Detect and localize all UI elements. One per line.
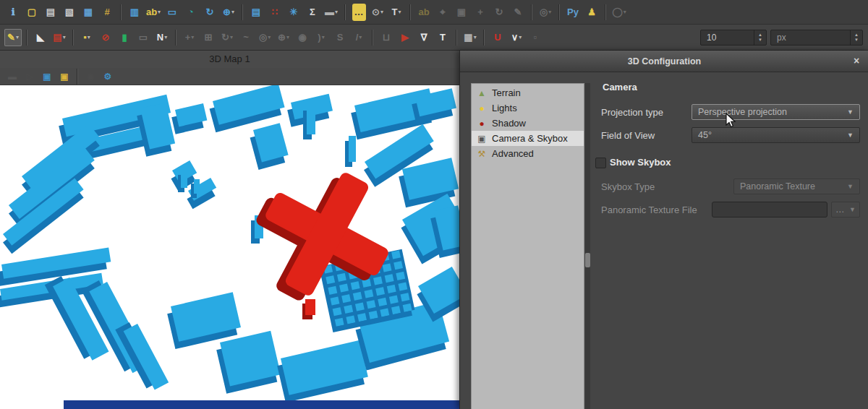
dropdown-arrow-icon[interactable]: ▾ xyxy=(322,34,325,40)
texture-file-input[interactable] xyxy=(712,202,827,218)
toggle-editing-icon[interactable]: ◣ xyxy=(32,29,49,46)
plugin-icon[interactable]: ♟ xyxy=(583,4,600,21)
temporal-controller-icon[interactable]: ◔ xyxy=(182,4,200,21)
dropdown-arrow-icon[interactable]: ▾ xyxy=(88,34,90,40)
measure-icon[interactable]: ▬▾ xyxy=(323,4,340,21)
tracing-icon[interactable]: ▫ xyxy=(527,29,544,46)
label-options-icon[interactable]: ab xyxy=(415,4,433,21)
dropdown-arrow-icon[interactable]: ▾ xyxy=(398,9,401,15)
copy-features-icon[interactable]: ⊞ xyxy=(200,29,217,46)
configure-3d-icon[interactable]: ⚙ xyxy=(100,69,116,84)
split-features-icon[interactable]: /▾ xyxy=(350,29,367,46)
rotate-label-icon[interactable]: ↻ xyxy=(490,4,508,21)
dropdown-arrow-icon[interactable]: ▾ xyxy=(335,9,338,15)
add-line-icon[interactable]: ▮ xyxy=(116,29,133,46)
spinner-arrows-icon[interactable]: ▲▼ xyxy=(754,30,766,45)
snapping-magnet-icon[interactable]: U xyxy=(489,29,506,46)
rotate-feature-icon[interactable]: ↻▾ xyxy=(218,29,236,46)
field-of-view-combobox[interactable]: 45° ▼ xyxy=(692,127,860,143)
deselect-features-icon[interactable]: ▧ xyxy=(61,4,78,21)
change-label-icon[interactable]: ✎ xyxy=(509,4,527,21)
reshape-features-icon[interactable]: S xyxy=(331,29,349,46)
dropdown-arrow-icon[interactable]: ▾ xyxy=(380,9,383,15)
dropdown-arrow-icon[interactable]: ▾ xyxy=(16,34,19,40)
dropdown-arrow-icon[interactable]: ▾ xyxy=(286,34,289,40)
field-calculator-icon[interactable]: # xyxy=(98,4,116,21)
show-skybox-checkbox[interactable] xyxy=(595,158,606,168)
dropdown-arrow-icon[interactable]: ▾ xyxy=(268,34,271,40)
offset-curve-icon[interactable]: )▾ xyxy=(312,29,330,46)
play-animation-icon[interactable]: ▷ xyxy=(22,69,38,84)
close-icon[interactable]: × xyxy=(848,51,864,71)
dropdown-arrow-icon[interactable]: ▾ xyxy=(164,34,167,40)
zoom-full-icon[interactable]: ⊙▾ xyxy=(369,4,386,21)
dropdown-arrow-icon[interactable]: ▾ xyxy=(474,34,477,40)
fill-ring-icon[interactable]: ◉ xyxy=(294,29,311,46)
draw-shape-icon[interactable]: ◯▾ xyxy=(610,4,628,21)
save-scene-icon[interactable]: ▣ xyxy=(39,69,55,84)
statistics-sum-icon[interactable]: Σ xyxy=(304,4,321,21)
snapping-tolerance-spinbox[interactable]: 10 ▲▼ xyxy=(700,30,767,46)
select-by-value-icon[interactable]: ▤ xyxy=(42,4,59,21)
nav-item-terrain[interactable]: ▲Terrain xyxy=(472,85,584,100)
show-skybox-label[interactable]: Show Skybox xyxy=(610,157,671,168)
nav-scrollbar[interactable] xyxy=(585,83,590,409)
move-label-icon[interactable]: + xyxy=(472,4,489,21)
add-ring-icon[interactable]: ◎▾ xyxy=(256,29,273,46)
python-console-icon[interactable]: Py xyxy=(564,4,582,21)
nav-item-shadow[interactable]: ●Shadow xyxy=(472,116,584,131)
export-scene-icon[interactable]: ▣ xyxy=(56,69,72,84)
grid-icon[interactable]: ▦▾ xyxy=(461,29,479,46)
add-part-icon[interactable]: ⊕▾ xyxy=(275,29,292,46)
labeling-icon[interactable]: ab▾ xyxy=(145,4,162,21)
layer-monitor-icon[interactable]: ▥ xyxy=(126,4,143,21)
dropdown-arrow-icon[interactable]: ▾ xyxy=(359,34,362,40)
text-annotation-icon[interactable]: T▾ xyxy=(388,4,405,21)
pin-labels-icon[interactable]: ⌖ xyxy=(434,4,451,21)
snowflake-icon[interactable]: ✳ xyxy=(285,4,302,21)
dropdown-arrow-icon[interactable]: ▾ xyxy=(191,34,194,40)
curve-arrow-icon[interactable]: ▶ xyxy=(396,29,414,46)
nearby-circles-icon[interactable]: ◎▾ xyxy=(537,4,554,21)
spinner-arrows-icon[interactable]: ▲▼ xyxy=(850,30,862,45)
texture-file-browse-button[interactable]: … ▼ xyxy=(831,202,860,218)
3d-viewport[interactable] xyxy=(0,85,459,409)
save-edits-icon[interactable]: ▤▾ xyxy=(51,29,68,46)
simplify-feature-icon[interactable]: ~ xyxy=(237,29,255,46)
open-data-table-icon[interactable]: ▤ xyxy=(247,4,265,21)
point-matrix-icon[interactable]: ∷ xyxy=(266,4,284,21)
digitize-shape-icon[interactable]: ▪▾ xyxy=(78,29,95,46)
dropdown-arrow-icon[interactable]: ▾ xyxy=(231,9,234,15)
scrollbar-thumb[interactable] xyxy=(585,253,590,267)
select-features-icon[interactable]: ▢ xyxy=(23,4,41,21)
dropdown-arrow-icon[interactable]: ▾ xyxy=(624,9,626,15)
highlight-pinned-labels-icon[interactable]: ▣ xyxy=(453,4,470,21)
nav-item-lights[interactable]: ●Lights xyxy=(472,100,584,116)
nav-item-advanced[interactable]: ⚒Advanced xyxy=(472,146,584,161)
dialog-titlebar[interactable]: 3D Configuration × xyxy=(460,51,868,72)
refresh-map-icon[interactable]: ↻ xyxy=(201,4,218,21)
vertex-tool-icon[interactable]: N▾ xyxy=(153,29,171,46)
current-edits-icon[interactable]: ✎▾ xyxy=(4,29,22,46)
dropdown-arrow-icon[interactable]: ▾ xyxy=(158,9,161,15)
open-attribute-table-icon[interactable]: ▦ xyxy=(80,4,97,21)
dropdown-arrow-icon[interactable]: ▾ xyxy=(230,34,233,40)
snapping-options-icon[interactable]: ∨▾ xyxy=(508,29,525,46)
identify-features-icon[interactable]: ℹ xyxy=(4,4,22,21)
zoom-in-icon[interactable]: ⊕▾ xyxy=(220,4,237,21)
vertex-marker-icon[interactable]: ∇ xyxy=(415,29,433,46)
dropdown-arrow-icon[interactable]: ▾ xyxy=(63,34,66,40)
nav-item-camera-skybox[interactable]: ▣Camera & Skybox xyxy=(472,131,584,146)
snapping-unit-combobox[interactable]: px ▲▼ xyxy=(770,30,863,46)
move-feature-icon[interactable]: +▾ xyxy=(181,29,198,46)
skybox-type-combobox[interactable]: Panoramic Texture ▼ xyxy=(733,178,860,194)
move-annotation-icon[interactable]: T xyxy=(434,29,451,46)
disable-edit-icon[interactable]: ⊘ xyxy=(97,29,114,46)
merge-features-icon[interactable]: ⊔ xyxy=(378,29,395,46)
dropdown-arrow-icon[interactable]: ▾ xyxy=(519,34,522,40)
eye-icon[interactable]: ◉ xyxy=(82,69,98,84)
dock-panel-icon[interactable]: ▬ xyxy=(4,69,20,84)
projection-type-combobox[interactable]: Perspective projection ▼ xyxy=(692,104,860,120)
map-tips-icon[interactable]: … xyxy=(350,4,367,21)
map-canvas-icon[interactable]: ▭ xyxy=(163,4,181,21)
